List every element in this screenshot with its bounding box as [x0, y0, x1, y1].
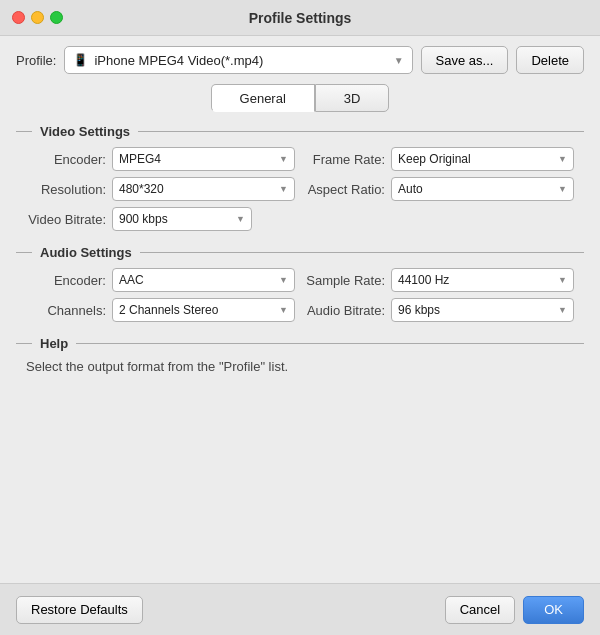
- sample-rate-select[interactable]: 44100 Hz ▼: [391, 268, 574, 292]
- channels-arrow: ▼: [279, 305, 288, 315]
- maximize-button[interactable]: [50, 11, 63, 24]
- audio-settings-grid: Encoder: AAC ▼ Sample Rate: 44100 Hz ▼: [16, 268, 584, 322]
- video-bitrate-value: 900 kbps: [119, 212, 168, 226]
- sample-rate-row: Sample Rate: 44100 Hz ▼: [305, 268, 574, 292]
- audio-bitrate-label: Audio Bitrate:: [305, 303, 385, 318]
- resolution-row: Resolution: 480*320 ▼: [26, 177, 295, 201]
- phone-icon: 📱: [73, 53, 88, 67]
- cancel-button[interactable]: Cancel: [445, 596, 515, 624]
- profile-select-arrow: ▼: [394, 55, 404, 66]
- resolution-value: 480*320: [119, 182, 164, 196]
- window-title: Profile Settings: [249, 10, 352, 26]
- audio-encoder-row: Encoder: AAC ▼: [26, 268, 295, 292]
- aspect-ratio-label: Aspect Ratio:: [305, 182, 385, 197]
- video-bitrate-row: Video Bitrate: 900 kbps ▼: [16, 207, 584, 231]
- frame-rate-label: Frame Rate:: [305, 152, 385, 167]
- sample-rate-label: Sample Rate:: [305, 273, 385, 288]
- help-section: Help Select the output format from the "…: [16, 336, 584, 374]
- audio-bitrate-value: 96 kbps: [398, 303, 440, 317]
- frame-rate-select[interactable]: Keep Original ▼: [391, 147, 574, 171]
- channels-label: Channels:: [26, 303, 106, 318]
- video-settings-header: Video Settings: [16, 124, 584, 139]
- sample-rate-value: 44100 Hz: [398, 273, 449, 287]
- minimize-button[interactable]: [31, 11, 44, 24]
- title-bar: Profile Settings: [0, 0, 600, 36]
- encoder-value: MPEG4: [119, 152, 161, 166]
- bottom-right-buttons: Cancel OK: [445, 596, 584, 624]
- video-bitrate-arrow: ▼: [236, 214, 245, 224]
- audio-settings-section: Audio Settings Encoder: AAC ▼ Sample Rat…: [16, 245, 584, 322]
- aspect-ratio-arrow: ▼: [558, 184, 567, 194]
- resolution-arrow: ▼: [279, 184, 288, 194]
- audio-bitrate-row: Audio Bitrate: 96 kbps ▼: [305, 298, 574, 322]
- restore-defaults-button[interactable]: Restore Defaults: [16, 596, 143, 624]
- help-title: Help: [40, 336, 68, 351]
- video-bitrate-select[interactable]: 900 kbps ▼: [112, 207, 252, 231]
- profile-select-value: iPhone MPEG4 Video(*.mp4): [94, 53, 263, 68]
- encoder-arrow: ▼: [279, 154, 288, 164]
- save-as-button[interactable]: Save as...: [421, 46, 509, 74]
- audio-settings-header: Audio Settings: [16, 245, 584, 260]
- tab-3d[interactable]: 3D: [315, 84, 390, 112]
- profile-select-text: 📱 iPhone MPEG4 Video(*.mp4): [73, 53, 263, 68]
- frame-rate-row: Frame Rate: Keep Original ▼: [305, 147, 574, 171]
- video-settings-section: Video Settings Encoder: MPEG4 ▼ Frame Ra…: [16, 124, 584, 231]
- frame-rate-arrow: ▼: [558, 154, 567, 164]
- section-line-right: [138, 131, 584, 132]
- traffic-lights: [12, 11, 63, 24]
- close-button[interactable]: [12, 11, 25, 24]
- resolution-select[interactable]: 480*320 ▼: [112, 177, 295, 201]
- audio-bitrate-arrow: ▼: [558, 305, 567, 315]
- encoder-select[interactable]: MPEG4 ▼: [112, 147, 295, 171]
- bottom-bar: Restore Defaults Cancel OK: [0, 583, 600, 635]
- ok-button[interactable]: OK: [523, 596, 584, 624]
- profile-label: Profile:: [16, 53, 56, 68]
- tab-general[interactable]: General: [211, 84, 315, 112]
- video-settings-grid: Encoder: MPEG4 ▼ Frame Rate: Keep Origin…: [16, 147, 584, 201]
- delete-button[interactable]: Delete: [516, 46, 584, 74]
- channels-row: Channels: 2 Channels Stereo ▼: [26, 298, 295, 322]
- aspect-ratio-select[interactable]: Auto ▼: [391, 177, 574, 201]
- audio-settings-title: Audio Settings: [40, 245, 132, 260]
- video-bitrate-label: Video Bitrate:: [26, 212, 106, 227]
- sample-rate-arrow: ▼: [558, 275, 567, 285]
- audio-encoder-value: AAC: [119, 273, 144, 287]
- audio-encoder-select[interactable]: AAC ▼: [112, 268, 295, 292]
- channels-value: 2 Channels Stereo: [119, 303, 218, 317]
- aspect-ratio-value: Auto: [398, 182, 423, 196]
- main-content: Profile: 📱 iPhone MPEG4 Video(*.mp4) ▼ S…: [0, 36, 600, 583]
- audio-bitrate-select[interactable]: 96 kbps ▼: [391, 298, 574, 322]
- audio-section-line-left: [16, 252, 32, 253]
- help-header: Help: [16, 336, 584, 351]
- help-text: Select the output format from the "Profi…: [16, 359, 584, 374]
- section-line-left: [16, 131, 32, 132]
- resolution-label: Resolution:: [26, 182, 106, 197]
- video-settings-title: Video Settings: [40, 124, 130, 139]
- profile-row: Profile: 📱 iPhone MPEG4 Video(*.mp4) ▼ S…: [16, 46, 584, 74]
- encoder-row: Encoder: MPEG4 ▼: [26, 147, 295, 171]
- frame-rate-value: Keep Original: [398, 152, 471, 166]
- audio-encoder-label: Encoder:: [26, 273, 106, 288]
- tabs-row: General 3D: [16, 84, 584, 112]
- profile-select[interactable]: 📱 iPhone MPEG4 Video(*.mp4) ▼: [64, 46, 412, 74]
- help-line-left: [16, 343, 32, 344]
- scroll-area: Video Settings Encoder: MPEG4 ▼ Frame Ra…: [16, 124, 584, 583]
- audio-encoder-arrow: ▼: [279, 275, 288, 285]
- help-line-right: [76, 343, 584, 344]
- audio-section-line-right: [140, 252, 584, 253]
- aspect-ratio-row: Aspect Ratio: Auto ▼: [305, 177, 574, 201]
- encoder-label: Encoder:: [26, 152, 106, 167]
- channels-select[interactable]: 2 Channels Stereo ▼: [112, 298, 295, 322]
